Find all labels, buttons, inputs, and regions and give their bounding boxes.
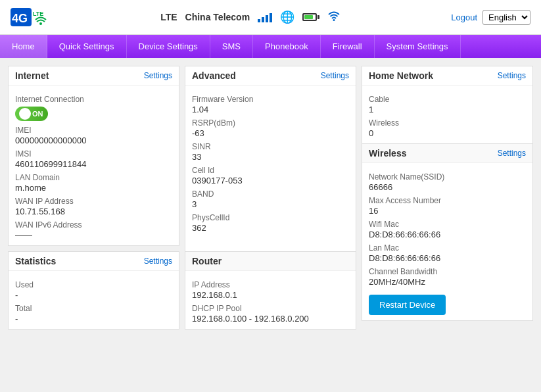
- internet-panel-body: Internet Connection ON IMEI 000000000000…: [9, 86, 179, 245]
- lan-domain-label: LAN Domain: [15, 173, 172, 182]
- header-center: LTE China Telecom 🌐: [160, 10, 341, 24]
- nav-item-device-settings[interactable]: Device Settings: [127, 35, 210, 58]
- toggle-thumb: [19, 108, 31, 120]
- restart-device-button[interactable]: Restart Device: [369, 295, 446, 315]
- wireless-settings-link[interactable]: Settings: [498, 149, 526, 158]
- statistics-panel-body: Used - Total -: [9, 271, 179, 329]
- nav-item-sms[interactable]: SMS: [210, 35, 253, 58]
- logout-button[interactable]: Logout: [451, 12, 477, 22]
- physcell-label: PhysCellId: [192, 213, 349, 222]
- nav-item-quick-settings[interactable]: Quick Settings: [47, 35, 127, 58]
- home-network-settings-link[interactable]: Settings: [498, 71, 526, 80]
- band-label: BAND: [192, 189, 349, 199]
- logo: 4G LTE: [11, 5, 50, 29]
- cellid-value: 0390177-053: [192, 176, 349, 185]
- max-access-value: 16: [369, 206, 526, 216]
- wan-ip-value: 10.71.55.168: [15, 207, 172, 216]
- header-right: Logout English 中文: [451, 10, 530, 25]
- ssid-label: Network Name(SSID): [369, 172, 526, 182]
- internet-panel: Internet Settings Internet Connection ON…: [8, 66, 179, 246]
- statistics-settings-link[interactable]: Settings: [144, 257, 172, 266]
- ssid-value: 66666: [369, 182, 526, 192]
- ip-value: 192.168.0.1: [192, 290, 349, 300]
- wifi-mac-value: D8:D8:66:66:66:66: [369, 230, 526, 239]
- advanced-panel-body: Firmware Version 1.04 RSRP(dBm) -63 SINR…: [185, 86, 356, 251]
- wireless-sub-body: Network Name(SSID) 66666 Max Access Numb…: [362, 163, 532, 320]
- lan-mac-label: Lan Mac: [369, 243, 526, 253]
- router-section: Router IP Address 192.168.0.1 DHCP IP Po…: [185, 251, 356, 329]
- connection-label: Internet Connection: [15, 95, 172, 104]
- wireless-sub-title: Wireless: [369, 148, 406, 159]
- statistics-panel-header: Statistics Settings: [9, 252, 179, 271]
- imei-label: IMEI: [15, 126, 172, 135]
- dhcp-label: DHCP IP Pool: [192, 304, 349, 313]
- home-network-body: Cable 1 Wireless 0: [362, 86, 532, 143]
- physcell-value: 362: [192, 223, 349, 233]
- main-nav: Home Quick Settings Device Settings SMS …: [0, 35, 541, 58]
- advanced-settings-link[interactable]: Settings: [321, 71, 349, 80]
- internet-panel-header: Internet Settings: [9, 66, 179, 86]
- wireless-section: Wireless Settings Network Name(SSID) 666…: [362, 143, 532, 320]
- router-body: IP Address 192.168.0.1 DHCP IP Pool 192.…: [185, 271, 356, 329]
- internet-settings-link[interactable]: Settings: [144, 71, 172, 80]
- nav-item-phonebook[interactable]: Phonebook: [253, 35, 321, 58]
- wifi-icon: [327, 11, 341, 24]
- channel-bw-value: 20MHz/40MHz: [369, 277, 526, 287]
- lte-label: LTE: [160, 12, 177, 22]
- wan-ipv6-value: ——: [15, 230, 172, 240]
- right-column: Home Network Settings Cable 1 Wireless 0…: [362, 66, 533, 330]
- total-label: Total: [15, 304, 172, 313]
- main-content: Internet Settings Internet Connection ON…: [0, 58, 541, 337]
- signal-strength-icon: [258, 12, 272, 22]
- language-select[interactable]: English 中文: [482, 10, 530, 25]
- nav-item-home[interactable]: Home: [0, 35, 47, 58]
- imsi-value: 460110699911844: [15, 159, 172, 169]
- firmware-label: Firmware Version: [192, 95, 349, 104]
- svg-text:LTE: LTE: [33, 11, 43, 17]
- wireless-value: 0: [369, 128, 526, 138]
- header: 4G LTE LTE China Telecom 🌐: [0, 0, 541, 35]
- router-title: Router: [192, 256, 222, 266]
- carrier-name: China Telecom: [185, 12, 250, 22]
- logout-lang-bar: Logout English 中文: [451, 10, 530, 25]
- toggle-text: ON: [32, 110, 43, 118]
- lan-mac-value: D8:D8:66:66:66:66: [369, 253, 526, 263]
- cable-value: 1: [369, 105, 526, 114]
- svg-point-3: [39, 22, 42, 25]
- svg-point-4: [333, 19, 335, 21]
- max-access-label: Max Access Number: [369, 196, 526, 205]
- internet-title: Internet: [15, 70, 49, 81]
- channel-bw-label: Channel Bandwidth: [369, 267, 526, 276]
- used-label: Used: [15, 280, 172, 289]
- imei-value: 000000000000000: [15, 135, 172, 145]
- home-network-panel: Home Network Settings Cable 1 Wireless 0…: [362, 66, 533, 321]
- ip-label: IP Address: [192, 280, 349, 289]
- left-column: Internet Settings Internet Connection ON…: [8, 66, 179, 330]
- wireless-label: Wireless: [369, 118, 526, 128]
- home-network-header: Home Network Settings: [362, 66, 532, 86]
- wifi-mac-label: Wifi Mac: [369, 220, 526, 229]
- sinr-value: 33: [192, 152, 349, 162]
- band-value: 3: [192, 199, 349, 209]
- wan-ipv6-label: WAN IPv6 Address: [15, 220, 172, 230]
- home-network-title: Home Network: [369, 70, 433, 81]
- nav-item-firewall[interactable]: Firewall: [321, 35, 375, 58]
- advanced-panel-header: Advanced Settings: [185, 66, 356, 86]
- firmware-value: 1.04: [192, 105, 349, 114]
- wan-ip-label: WAN IP Address: [15, 197, 172, 206]
- total-value: -: [15, 314, 172, 324]
- imsi-label: IMSI: [15, 149, 172, 159]
- internet-toggle[interactable]: ON: [15, 107, 48, 121]
- nav-item-system-settings[interactable]: System Settings: [375, 35, 461, 58]
- sinr-label: SINR: [192, 142, 349, 151]
- cable-label: Cable: [369, 95, 526, 104]
- router-header: Router: [185, 252, 356, 271]
- statistics-panel: Statistics Settings Used - Total -: [8, 251, 179, 330]
- advanced-panel: Advanced Settings Firmware Version 1.04 …: [185, 66, 356, 330]
- wireless-sub-header: Wireless Settings: [362, 144, 532, 163]
- dhcp-value: 192.168.0.100 - 192.168.0.200: [192, 314, 349, 324]
- cellid-label: Cell Id: [192, 166, 349, 175]
- battery-icon: [302, 13, 319, 21]
- lan-domain-value: m.home: [15, 183, 172, 193]
- svg-text:4G: 4G: [12, 12, 28, 25]
